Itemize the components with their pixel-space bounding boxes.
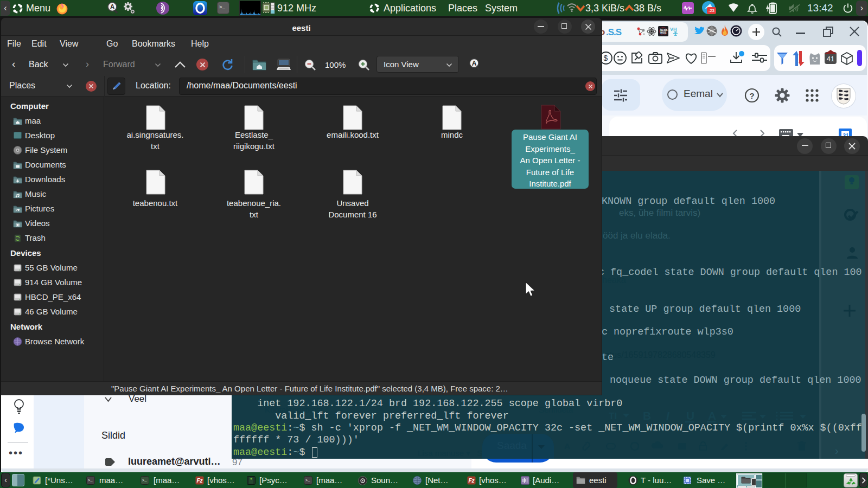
svg-text:>_: >_ (142, 478, 147, 483)
svg-text:A: A (110, 3, 115, 11)
svg-text:U: U (686, 409, 694, 422)
svg-text:Fz: Fz (197, 478, 203, 484)
svg-text:I: I (666, 409, 670, 422)
svg-text:>_: >_ (305, 478, 310, 483)
svg-text:Fz: Fz (469, 478, 475, 484)
svg-text:>_: >_ (219, 5, 225, 10)
svg-text:A: A (472, 60, 477, 67)
svg-text:A: A (564, 441, 570, 451)
svg-text:TI: TI (609, 411, 617, 421)
svg-text:.S.S: .S.S (606, 27, 622, 37)
svg-text:>_: >_ (88, 478, 93, 483)
svg-text:VH: VH (670, 27, 677, 32)
svg-text:A: A (708, 409, 716, 422)
svg-text:B: B (643, 409, 651, 422)
svg-text:?: ? (750, 91, 755, 100)
svg-text:$: $ (604, 54, 608, 62)
